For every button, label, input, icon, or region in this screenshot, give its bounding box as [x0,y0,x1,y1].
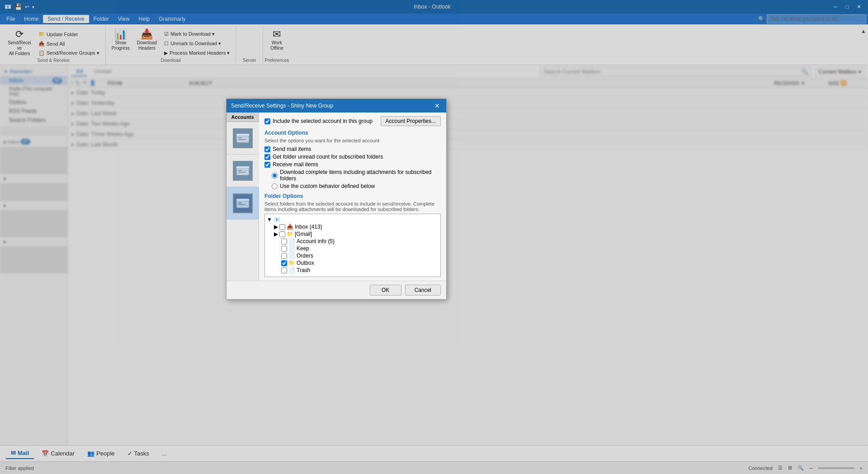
include-account-label[interactable]: Include the selected account in this gro… [264,118,373,124]
folder-trash-icon: 📄 [288,267,295,273]
get-folder-checkbox[interactable] [264,154,270,160]
include-row: Include the selected account in this gro… [264,116,441,126]
folder-inbox-label: Inbox (413) [295,224,322,230]
folder-orders-icon: 📄 [288,253,295,259]
dialog-title: Send/Receive Settings - Shiny New Group [231,103,333,109]
send-mail-row[interactable]: Send mail items [264,146,441,152]
get-folder-row[interactable]: Get folder unread count for subscribed f… [264,154,441,160]
account-img-2 [233,161,253,181]
use-custom-row[interactable]: Use the custom behavior defined below [272,183,441,189]
download-complete-label: Download complete items including attach… [280,169,441,182]
svg-rect-8 [236,166,249,169]
folder-outbox-label: Outbox [297,260,314,266]
folder-keep-label: Keep [297,245,309,252]
folder-keep-icon: 📄 [288,245,295,252]
dialog-titlebar: Send/Receive Settings - Shiny New Group … [226,99,446,113]
folder-trash-checkbox[interactable] [281,268,287,273]
account-img-3 [233,193,253,213]
folder-orders[interactable]: 📄 Orders [267,252,439,259]
folder-account-info-checkbox[interactable] [281,239,287,244]
svg-rect-17 [238,204,245,205]
folder-account-info[interactable]: 📄 Account info (5) [267,238,439,245]
folder-gmail-label: [Gmail] [295,231,312,237]
receive-mail-label: Receive mail items [273,161,318,168]
include-account-checkbox[interactable] [264,118,270,124]
folder-gmail-icon: 📁 [287,231,293,237]
include-account-text: Include the selected account in this gro… [273,118,373,124]
use-custom-radio[interactable] [272,183,278,189]
dialog-overlay: Send/Receive Settings - Shiny New Group … [0,0,868,474]
svg-rect-2 [236,134,249,136]
folder-outbox[interactable]: 📁 Outbox [267,259,439,267]
get-folder-label: Get folder unread count for subscribed f… [273,154,383,160]
folder-root-collapse: ▼ [267,216,272,223]
folder-gmail[interactable]: ▶ 📁 [Gmail] [267,230,439,238]
folder-gmail-collapse: ▶ [274,231,278,237]
folder-inbox[interactable]: ▶ 📥 Inbox (413) [267,223,439,230]
folder-account-info-icon: 📄 [288,238,295,244]
dialog-right: Include the selected account in this gro… [259,113,446,281]
dialog-body: Accounts [226,113,446,299]
dialog-close-button[interactable]: ✕ [433,101,442,110]
svg-rect-16 [238,202,242,203]
account-properties-button[interactable]: Account Properties... [381,116,441,126]
svg-rect-10 [238,170,242,171]
account-options-subtitle: Select the options you want for the sele… [264,138,441,143]
folder-root-icon: 📧 [274,216,280,223]
download-complete-row[interactable]: Download complete items including attach… [272,169,441,182]
download-complete-radio[interactable] [272,173,278,178]
folder-trash-label: Trash [297,267,310,273]
folder-root[interactable]: ▼ 📧 [267,216,439,223]
folder-inbox-collapse: ▶ [274,224,278,230]
folder-orders-checkbox[interactable] [281,253,287,259]
send-mail-label: Send mail items [273,146,311,152]
folder-keep[interactable]: 📄 Keep [267,245,439,252]
receive-mail-row[interactable]: Receive mail items [264,161,441,168]
svg-rect-4 [238,137,242,138]
ok-button[interactable]: OK [370,285,401,296]
account-icon-3[interactable] [226,187,259,220]
account-img-1 [233,128,253,148]
folder-outbox-icon: 📁 [288,260,295,266]
folder-orders-label: Orders [297,253,313,259]
account-options-title: Account Options [264,130,441,136]
folder-tree[interactable]: ▼ 📧 ▶ 📥 Inbox (413) ▶ [264,214,441,277]
accounts-panel: Accounts [226,113,259,281]
send-receive-settings-dialog: Send/Receive Settings - Shiny New Group … [226,99,447,300]
folder-options-subtitle: Select folders from the selected account… [264,201,441,212]
folder-trash[interactable]: 📄 Trash [267,267,439,274]
send-mail-checkbox[interactable] [264,146,270,152]
receive-mail-checkbox[interactable] [264,162,270,168]
dialog-footer: OK Cancel [226,281,446,299]
dialog-top: Accounts [226,113,446,281]
folder-gmail-checkbox[interactable] [279,231,285,237]
cancel-button[interactable]: Cancel [405,285,441,296]
accounts-tab[interactable]: Accounts [226,113,259,122]
folder-keep-checkbox[interactable] [281,246,287,252]
folder-outbox-checkbox[interactable] [281,260,287,266]
folder-options-title: Folder Options [264,193,441,199]
folder-inbox-checkbox[interactable] [279,224,285,230]
svg-rect-11 [238,172,245,173]
svg-rect-5 [238,139,245,140]
folder-account-info-label: Account info (5) [297,238,335,244]
account-icon-2[interactable] [226,155,259,187]
folder-inbox-icon: 📥 [287,224,293,230]
account-icon-1[interactable] [226,122,259,155]
use-custom-label: Use the custom behavior defined below [280,183,375,189]
svg-rect-14 [236,199,249,201]
